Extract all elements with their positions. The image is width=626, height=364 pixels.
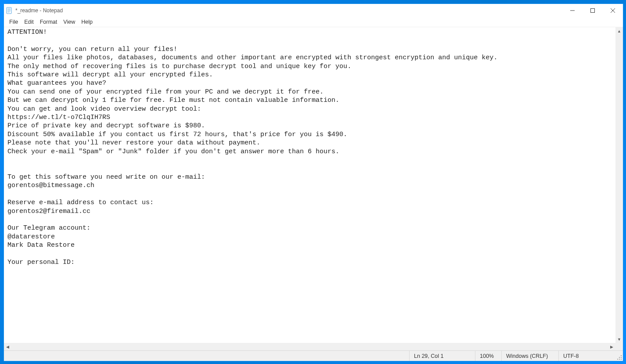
status-zoom: 100%: [475, 351, 501, 361]
scroll-corner: [615, 343, 623, 350]
horizontal-scrollbar[interactable]: ◀ ▶: [4, 343, 615, 350]
scroll-left-arrow-icon[interactable]: ◀: [4, 343, 11, 350]
statusbar: Ln 29, Col 1 100% Windows (CRLF) UTF-8: [4, 350, 623, 361]
window-title: *_readme - Notepad: [15, 7, 63, 14]
scroll-down-arrow-icon[interactable]: ▼: [615, 335, 623, 343]
scroll-right-arrow-icon[interactable]: ▶: [608, 343, 615, 350]
close-button[interactable]: [603, 4, 623, 17]
notepad-window: *_readme - Notepad File Edit Format View…: [4, 4, 623, 361]
window-controls: [562, 4, 623, 17]
menu-help[interactable]: Help: [79, 18, 95, 26]
resize-grip-icon[interactable]: [615, 351, 623, 361]
horizontal-scroll-track[interactable]: [11, 343, 608, 350]
text-editor[interactable]: ATTENTION! Don't worry, you can return a…: [4, 27, 615, 343]
menu-file[interactable]: File: [7, 18, 21, 26]
editor-area: ATTENTION! Don't worry, you can return a…: [4, 27, 623, 350]
titlebar[interactable]: *_readme - Notepad: [4, 4, 623, 17]
vertical-scroll-track[interactable]: [615, 35, 623, 335]
scroll-up-arrow-icon[interactable]: ▲: [615, 27, 623, 35]
minimize-button[interactable]: [562, 4, 583, 17]
maximize-button[interactable]: [583, 4, 603, 17]
menu-edit[interactable]: Edit: [22, 18, 36, 26]
notepad-icon: [6, 7, 13, 14]
status-cursor-position: Ln 29, Col 1: [409, 351, 475, 361]
svg-rect-0: [7, 7, 11, 14]
menubar: File Edit Format View Help: [4, 17, 623, 27]
vertical-scrollbar[interactable]: ▲ ▼: [615, 27, 623, 343]
menu-format[interactable]: Format: [37, 18, 60, 26]
status-encoding: UTF-8: [558, 351, 615, 361]
status-line-ending: Windows (CRLF): [501, 351, 558, 361]
status-spacer: [4, 351, 409, 361]
menu-view[interactable]: View: [61, 18, 78, 26]
svg-rect-6: [591, 9, 595, 13]
